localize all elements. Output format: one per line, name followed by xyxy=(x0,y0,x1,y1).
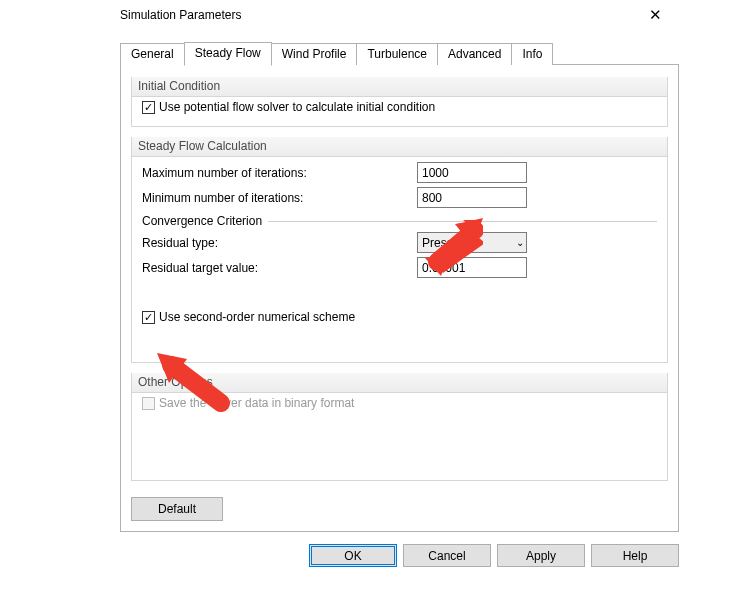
check-icon: ✓ xyxy=(142,101,155,114)
min-iterations-input[interactable] xyxy=(417,187,527,208)
tab-body: Initial Condition ✓ Use potential flow s… xyxy=(120,64,679,532)
group-title: Other Options xyxy=(132,373,667,393)
tab-info[interactable]: Info xyxy=(511,43,553,65)
window-title: Simulation Parameters xyxy=(120,8,241,22)
ok-button[interactable]: OK xyxy=(309,544,397,567)
close-icon[interactable]: ✕ xyxy=(633,0,678,30)
convergence-criterion-label: Convergence Criterion xyxy=(142,214,262,228)
apply-button[interactable]: Apply xyxy=(497,544,585,567)
titlebar: Simulation Parameters ✕ xyxy=(0,0,729,30)
tab-wind-profile[interactable]: Wind Profile xyxy=(271,43,358,65)
group-other-options: Other Options Save the solver data in bi… xyxy=(131,373,668,481)
cancel-button[interactable]: Cancel xyxy=(403,544,491,567)
tab-advanced[interactable]: Advanced xyxy=(437,43,512,65)
max-iterations-label: Maximum number of iterations: xyxy=(142,166,417,180)
tab-steady-flow[interactable]: Steady Flow xyxy=(184,42,272,66)
max-iterations-input[interactable] xyxy=(417,162,527,183)
residual-type-label: Residual type: xyxy=(142,236,417,250)
tab-turbulence[interactable]: Turbulence xyxy=(356,43,438,65)
checkbox-save-binary[interactable]: Save the solver data in binary format xyxy=(142,396,657,410)
select-value: Pressure xyxy=(422,236,470,250)
residual-type-select[interactable]: Pressure ⌄ xyxy=(417,232,527,253)
checkbox-label: Use second-order numerical scheme xyxy=(159,310,355,324)
min-iterations-label: Minimum number of iterations: xyxy=(142,191,417,205)
divider xyxy=(268,221,657,222)
tab-general[interactable]: General xyxy=(120,43,185,65)
default-button[interactable]: Default xyxy=(131,497,223,521)
group-steady-flow-calculation: Steady Flow Calculation Maximum number o… xyxy=(131,137,668,363)
chevron-down-icon: ⌄ xyxy=(516,237,524,248)
help-button[interactable]: Help xyxy=(591,544,679,567)
dialog-button-row: OK Cancel Apply Help xyxy=(0,532,729,567)
checkbox-use-potential-flow[interactable]: ✓ Use potential flow solver to calculate… xyxy=(142,100,657,114)
check-icon: ✓ xyxy=(142,311,155,324)
residual-target-label: Residual target value: xyxy=(142,261,417,275)
group-initial-condition: Initial Condition ✓ Use potential flow s… xyxy=(131,77,668,127)
checkbox-second-order-scheme[interactable]: ✓ Use second-order numerical scheme xyxy=(142,310,657,324)
group-title: Steady Flow Calculation xyxy=(132,137,667,157)
tab-strip: General Steady Flow Wind Profile Turbule… xyxy=(120,40,679,64)
check-icon xyxy=(142,397,155,410)
group-title: Initial Condition xyxy=(132,77,667,97)
checkbox-label: Save the solver data in binary format xyxy=(159,396,354,410)
checkbox-label: Use potential flow solver to calculate i… xyxy=(159,100,435,114)
residual-target-input[interactable] xyxy=(417,257,527,278)
